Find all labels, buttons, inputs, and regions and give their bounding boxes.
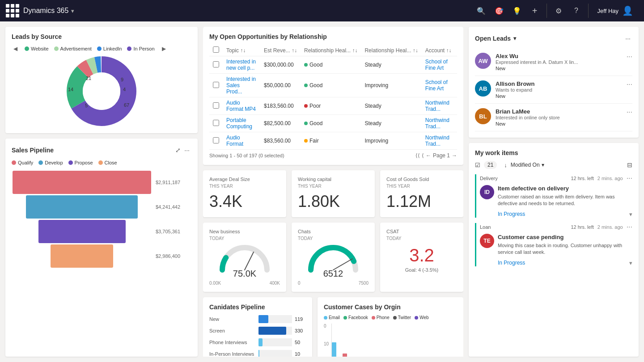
customer-cases-card: Customer Cases by Orgin EmailFacebookPho…: [318, 297, 463, 357]
pipeline-expand-button[interactable]: ⤢: [174, 145, 182, 156]
opp-account-link-0[interactable]: School of Fine Art: [425, 59, 448, 71]
work-items-list: Delivery 12 hrs. left 2 mins. ago ··· ID…: [475, 174, 632, 266]
wi-more-0[interactable]: ···: [627, 174, 632, 182]
opp-topic-header[interactable]: Topic ↑↓: [223, 45, 260, 56]
opp-revenue-cell: $183,560.00: [260, 97, 301, 115]
opp-health-cell: Good: [301, 56, 361, 74]
develop-dot: [38, 160, 43, 165]
add-button[interactable]: +: [527, 3, 543, 19]
lead-more-2[interactable]: ···: [627, 108, 632, 116]
opp-account-link-3[interactable]: Northwind Trad...: [425, 117, 449, 130]
opp-next-page[interactable]: →: [452, 152, 457, 159]
propose-legend: Propose: [68, 160, 93, 165]
opp-revenue-header[interactable]: Est Reve... ↑↓: [260, 45, 301, 56]
filter-icon[interactable]: ⊟: [627, 161, 632, 168]
cases-y-axis: 3020100: [324, 324, 329, 357]
lead-more-0[interactable]: ···: [627, 53, 632, 61]
opp-topic-link-1[interactable]: Interested in Sales Prod...: [226, 76, 256, 95]
lead-status-0: New: [496, 66, 627, 71]
row-checkbox-4[interactable]: [213, 137, 219, 143]
user-profile[interactable]: Jeff Hay 👤: [592, 5, 639, 16]
funnel-bar-propose: [38, 220, 126, 243]
opp-health-cell: Poor: [301, 97, 361, 115]
work-items-sort[interactable]: Modified On ▾: [511, 162, 544, 168]
kpi-wc-value: 1.80K: [298, 192, 369, 211]
funnel-value-propose: $3,705,361: [156, 229, 191, 234]
opp-page-label: ←: [426, 152, 431, 159]
opp-topic-cell: Audio Format: [223, 132, 260, 150]
opp-first-page[interactable]: ⟨⟨: [415, 152, 420, 159]
wi-chevron-1[interactable]: ▾: [629, 260, 632, 266]
candidate-bar-row-3: In-Person Interviews 10: [209, 350, 306, 357]
opp-page-nav[interactable]: ⟨⟨ ⟨ ← Page 1 →: [415, 152, 457, 159]
lead-content-2: Brian LaMee Interested in online only st…: [496, 108, 627, 126]
candidates-bars: New 119 Screen 330 Phone Interviews 50 I…: [209, 315, 306, 357]
opp-topic-link-2[interactable]: Audio Format MP4: [226, 100, 256, 112]
open-leads-chevron-icon[interactable]: ▾: [513, 35, 516, 42]
cases-bars-container: [331, 324, 457, 357]
help-button[interactable]: ?: [568, 3, 585, 19]
opp-prev-page[interactable]: ⟨: [422, 152, 424, 159]
new-business-gauge: 75.0K 0.00K 400K: [209, 241, 280, 286]
wi-tag-1: Loan: [480, 224, 571, 230]
opp-topic-link-0[interactable]: Interested in new cell p...: [226, 59, 256, 71]
row-checkbox-2[interactable]: [213, 102, 219, 109]
work-items-toolbar: ☑ 21 ↓ Modified On ▾ ⊟: [475, 161, 632, 169]
row-checkbox-1[interactable]: [213, 82, 219, 88]
kpi-avg-deal-title: Average Deal Size: [209, 177, 280, 182]
wi-chevron-0[interactable]: ▾: [629, 211, 632, 218]
wi-desc-0: Customer raised an issue with item deliv…: [498, 194, 632, 207]
opp-account-link-2[interactable]: Northwind Trad...: [425, 100, 449, 112]
opp-account-link-1[interactable]: School of Fine Art: [425, 79, 448, 92]
select-all-checkbox[interactable]: [213, 46, 219, 53]
cases-legend-web: Web: [415, 315, 428, 320]
app-title-chevron[interactable]: ▾: [71, 8, 74, 14]
candidate-track-0: [258, 315, 292, 323]
opp-account-link-4[interactable]: Northwind Trad...: [425, 135, 449, 147]
target-button[interactable]: 🎯: [491, 3, 507, 19]
lead-more-1[interactable]: ···: [627, 80, 632, 88]
settings-button[interactable]: ⚙: [551, 3, 567, 19]
opp-row-1: Interested in Sales Prod... $50,000.00 G…: [209, 74, 457, 97]
wi-time-left-1: 12 hrs. left: [571, 224, 593, 230]
opportunities-card: My Open Opportunities by Relationship To…: [203, 27, 463, 165]
opp-account-header[interactable]: Account ↑↓: [422, 45, 457, 56]
web-dot: [415, 316, 418, 320]
lead-name-1[interactable]: Allison Brown: [496, 80, 627, 87]
lightbulb-button[interactable]: 💡: [509, 3, 525, 19]
legend-prev[interactable]: ◀: [12, 45, 19, 53]
candidate-track-3: [258, 350, 292, 357]
wi-status-label-1: In Progress: [498, 260, 525, 266]
cases-bar-0-2: [343, 354, 347, 357]
wi-time-ago-0: 2 mins. ago: [597, 176, 623, 181]
search-button[interactable]: 🔍: [473, 3, 489, 19]
pipeline-more-button[interactable]: ···: [182, 145, 191, 156]
row-checkbox-3[interactable]: [213, 120, 219, 126]
opp-account-cell: Northwind Trad...: [422, 115, 457, 132]
pipeline-header: Sales Pipeline ⤢ ···: [12, 145, 191, 156]
lead-content-0: Alex Wu Expressed interest in A. Datum X…: [496, 53, 627, 71]
opp-topic-link-4[interactable]: Audio Format: [226, 135, 243, 147]
app-grid-button[interactable]: [5, 4, 20, 18]
wi-more-1[interactable]: ···: [627, 223, 632, 231]
legend-next[interactable]: ▶: [160, 45, 168, 53]
lead-name-2[interactable]: Brian LaMee: [496, 108, 627, 115]
leads-donut-chart: 21 9 4 14 5 67: [55, 55, 148, 127]
open-leads-more-button[interactable]: ···: [623, 33, 632, 44]
lead-name-0[interactable]: Alex Wu: [496, 53, 627, 59]
candidate-label-2: Phone Interviews: [209, 340, 258, 345]
funnel-row-develop: $4,241,442: [12, 195, 191, 219]
opp-health2-header[interactable]: Relationship Heal... ↑↓: [361, 45, 421, 56]
row-checkbox-0[interactable]: [213, 61, 219, 67]
opp-health-cell: Good: [301, 74, 361, 97]
middle-column: My Open Opportunities by Relationship To…: [203, 27, 463, 357]
chats-min: 0: [298, 281, 301, 286]
funnel-bar-close: [51, 244, 113, 268]
legend-linkedin: LinkedIn: [97, 46, 122, 51]
wi-title-0: Item defective on delivery: [498, 185, 632, 192]
opp-health1-header[interactable]: Relationship Heal... ↑↓: [301, 45, 361, 56]
opp-topic-link-3[interactable]: Portable Computing: [226, 117, 252, 130]
opp-checkbox-cell: [209, 115, 223, 132]
opp-topic-cell: Portable Computing: [223, 115, 260, 132]
funnel-bar-qualify: [13, 171, 151, 194]
